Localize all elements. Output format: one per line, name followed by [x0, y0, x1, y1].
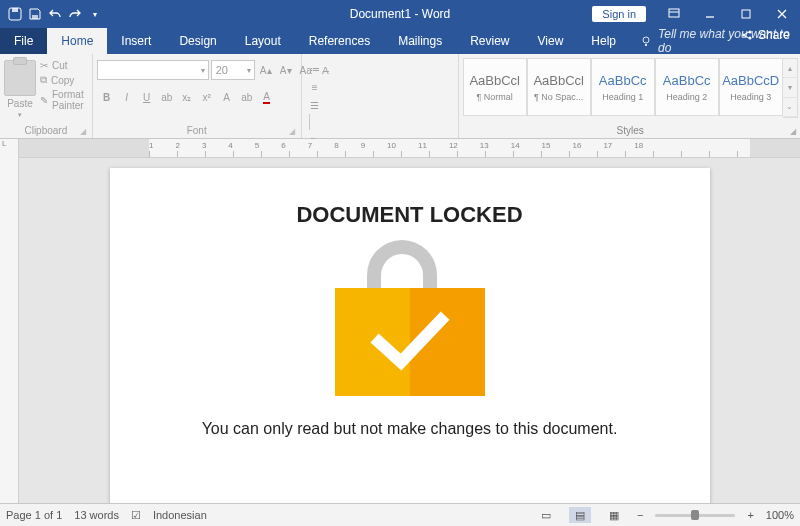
superscript-icon[interactable]: x² — [197, 88, 217, 106]
proofing-icon[interactable]: ☑ — [131, 509, 141, 522]
minimize-button[interactable] — [692, 0, 728, 28]
zoom-out-button[interactable]: − — [637, 509, 643, 521]
ruler-tick-label: 16 — [573, 141, 582, 150]
font-family-combo[interactable] — [97, 60, 209, 80]
autosave-icon[interactable] — [8, 7, 22, 21]
copy-button[interactable]: ⧉Copy — [40, 74, 88, 86]
tab-design[interactable]: Design — [165, 28, 230, 54]
style-card[interactable]: AaBbCcDHeading 3 — [719, 58, 783, 116]
redo-icon[interactable] — [68, 7, 82, 21]
cut-label: Cut — [52, 60, 68, 71]
status-bar: Page 1 of 1 13 words ☑ Indonesian ▭ ▤ ▦ … — [0, 503, 800, 526]
print-layout-icon[interactable]: ▤ — [569, 507, 591, 523]
close-button[interactable] — [764, 0, 800, 28]
ribbon-display-options-icon[interactable] — [656, 0, 692, 28]
styles-more-icon[interactable]: ⌄ — [783, 98, 797, 117]
strike-icon[interactable]: ab — [157, 88, 177, 106]
tab-view[interactable]: View — [524, 28, 578, 54]
zoom-level[interactable]: 100% — [766, 509, 794, 521]
ruler-tick-label: 5 — [255, 141, 259, 150]
zoom-in-button[interactable]: + — [747, 509, 753, 521]
sign-in-button[interactable]: Sign in — [592, 6, 646, 22]
share-button[interactable]: Share — [741, 28, 790, 42]
save-icon[interactable] — [28, 7, 42, 21]
zoom-slider[interactable] — [655, 514, 735, 517]
lightbulb-icon — [640, 35, 652, 47]
grow-font-icon[interactable]: A▴ — [257, 61, 275, 79]
tab-layout[interactable]: Layout — [231, 28, 295, 54]
document-heading: DOCUMENT LOCKED — [160, 202, 660, 228]
multilevel-list-icon[interactable]: ☰ — [306, 96, 324, 114]
subscript-icon[interactable]: x₂ — [177, 88, 197, 106]
format-painter-button[interactable]: ✎Format Painter — [40, 89, 88, 111]
maximize-button[interactable] — [728, 0, 764, 28]
bullets-icon[interactable]: ≔ — [306, 60, 324, 78]
font-size-combo[interactable]: 20 — [211, 60, 255, 80]
status-page[interactable]: Page 1 of 1 — [6, 509, 62, 521]
underline-icon[interactable]: U — [137, 88, 157, 106]
style-preview: AaBbCcl — [469, 73, 520, 88]
style-preview: AaBbCcD — [722, 73, 779, 88]
ruler-tick-label: 4 — [228, 141, 232, 150]
document-subtext: You can only read but not make changes t… — [160, 418, 660, 440]
scissors-icon: ✂ — [40, 60, 48, 71]
share-label: Share — [758, 28, 790, 42]
group-clipboard-title: Clipboard — [24, 125, 67, 136]
style-name: Heading 1 — [602, 92, 643, 102]
shrink-font-icon[interactable]: A▾ — [277, 61, 295, 79]
group-styles-title: Styles — [617, 125, 644, 136]
numbering-icon[interactable]: ≡ — [306, 78, 324, 96]
ruler-tick-label: 6 — [281, 141, 285, 150]
document-scroll-area[interactable]: DOCUMENT LOCKED You can only read but no… — [19, 158, 800, 503]
svg-rect-1 — [12, 8, 18, 12]
italic-icon[interactable]: I — [117, 88, 137, 106]
font-color-icon[interactable]: A — [257, 88, 277, 106]
web-layout-icon[interactable]: ▦ — [603, 507, 625, 523]
ruler-tick-label: 13 — [480, 141, 489, 150]
group-paragraph: ≔ ≡ ☰ ⇤ ⇥ A↓ ¶ ≡ ≡ ≡ ≡ ↕≡ — [302, 54, 459, 138]
paste-button[interactable]: Paste ▾ — [4, 56, 36, 119]
dialog-launcher-icon[interactable]: ◢ — [790, 127, 796, 136]
status-words[interactable]: 13 words — [74, 509, 119, 521]
tab-insert[interactable]: Insert — [107, 28, 165, 54]
bold-icon[interactable]: B — [97, 88, 117, 106]
tab-references[interactable]: References — [295, 28, 384, 54]
tab-mailings[interactable]: Mailings — [384, 28, 456, 54]
svg-rect-4 — [742, 10, 750, 18]
tab-file[interactable]: File — [0, 28, 47, 54]
tab-home[interactable]: Home — [47, 28, 107, 54]
text-effects-icon[interactable]: A — [217, 88, 237, 106]
horizontal-ruler: 123456789101112131415161718 — [19, 139, 800, 158]
styles-up-icon[interactable]: ▴ — [783, 59, 797, 78]
qat-customize-icon[interactable]: ▾ — [88, 7, 102, 21]
style-card[interactable]: AaBbCcl¶ No Spac... — [527, 58, 591, 116]
quick-access-toolbar: ▾ — [0, 7, 102, 21]
styles-down-icon[interactable]: ▾ — [783, 78, 797, 97]
style-card[interactable]: AaBbCcHeading 1 — [591, 58, 655, 116]
brush-icon: ✎ — [40, 95, 48, 106]
ruler-tick-label: 8 — [334, 141, 338, 150]
dialog-launcher-icon[interactable]: ◢ — [289, 127, 295, 136]
copy-icon: ⧉ — [40, 74, 47, 86]
cut-button[interactable]: ✂Cut — [40, 60, 88, 71]
ruler-tick-label: 11 — [418, 141, 427, 150]
read-mode-icon[interactable]: ▭ — [535, 507, 557, 523]
vertical-ruler: L — [0, 139, 19, 503]
tab-help[interactable]: Help — [577, 28, 630, 54]
ruler-tick-label: 2 — [175, 141, 179, 150]
workspace: L 123456789101112131415161718 DOCUMENT L… — [0, 139, 800, 503]
group-styles: AaBbCcl¶ NormalAaBbCcl¶ No Spac...AaBbCc… — [459, 54, 800, 138]
dialog-launcher-icon[interactable]: ◢ — [80, 127, 86, 136]
undo-icon[interactable] — [48, 7, 62, 21]
style-card[interactable]: AaBbCcl¶ Normal — [463, 58, 527, 116]
svg-rect-2 — [32, 15, 38, 19]
svg-rect-3 — [669, 9, 679, 17]
status-language[interactable]: Indonesian — [153, 509, 207, 521]
style-card[interactable]: AaBbCcHeading 2 — [655, 58, 719, 116]
highlight-icon[interactable]: ab — [237, 88, 257, 106]
format-painter-label: Format Painter — [52, 89, 88, 111]
ruler-tick-label: 17 — [603, 141, 612, 150]
ruler-tick-label: 12 — [449, 141, 458, 150]
style-name: Heading 3 — [730, 92, 771, 102]
tab-review[interactable]: Review — [456, 28, 523, 54]
